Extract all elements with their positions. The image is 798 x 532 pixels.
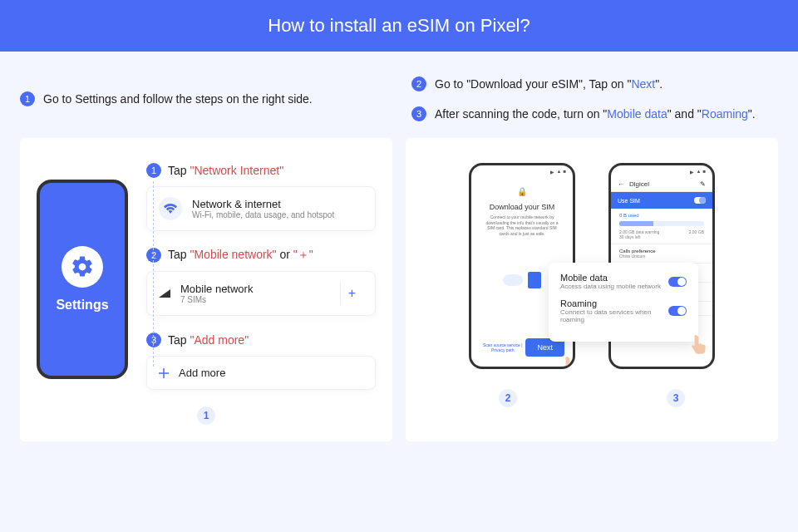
hand-pointer-icon <box>688 333 710 357</box>
mobile-data-toggle[interactable] <box>668 277 687 287</box>
status-bar: ▶▲■ <box>471 165 573 177</box>
card-title: Network & internet <box>192 198 334 210</box>
dotted-connector <box>153 181 154 367</box>
substep-1-badge: 1 <box>146 163 161 178</box>
phone-topbar: ← Digicel ✎ <box>611 177 712 192</box>
hand-pointer-icon <box>559 355 575 369</box>
data-usage-bar <box>619 221 704 226</box>
roaming-toggle[interactable] <box>668 306 687 316</box>
highlight-roaming: Roaming <box>702 107 748 121</box>
step-1-block: 1 Tap "Network Internet" Network & inter… <box>146 163 376 231</box>
mobile-network-card[interactable]: Mobile network 7 SIMs + <box>146 271 376 316</box>
substep-2-highlight: "Mobile network" <box>190 248 276 261</box>
download-graphic <box>497 259 547 301</box>
network-internet-card[interactable]: Network & internet Wi-Fi, mobile, data u… <box>146 186 376 231</box>
highlight-next: Next <box>631 77 655 91</box>
card-subtitle: Wi-Fi, mobile, data usage, and hotspot <box>192 210 334 219</box>
sim-icon <box>528 272 541 288</box>
footer-links[interactable]: Scan source service | Privacy path <box>480 342 525 352</box>
instructions-section: 1 Go to Settings and follow the steps on… <box>0 52 798 138</box>
step-number-3: 3 <box>411 106 426 121</box>
panel-1-badge: 1 <box>197 406 215 425</box>
instruction-right: 2 Go to "Download your eSIM", Tap on "Ne… <box>411 76 778 121</box>
panel-right: ▶▲■ 🔒 Download your SIM Connect to your … <box>406 138 778 441</box>
mobile-data-roaming-overlay: Mobile data Access data using mobile net… <box>549 263 698 342</box>
download-sim-desc: Connect to your mobile network by downlo… <box>480 214 564 236</box>
download-sim-title: Download your SIM <box>490 203 555 211</box>
wifi-icon <box>159 197 182 220</box>
carrier-name: Digicel <box>629 180 649 188</box>
step-2-block: 2 Tap "Mobile network" or "＋" Mobile net… <box>146 248 376 316</box>
steps-column: 1 Tap "Network Internet" Network & inter… <box>146 163 376 390</box>
overlay-roaming-title: Roaming <box>560 298 668 308</box>
back-arrow-icon[interactable]: ← <box>618 180 624 188</box>
step-number-1: 1 <box>20 91 35 106</box>
content-row: Settings 1 Tap "Network Internet" Networ… <box>0 138 798 458</box>
card-subtitle: 7 SIMs <box>180 295 253 304</box>
settings-phone-mockup: Settings <box>37 180 128 379</box>
substep-1-highlight: "Network Internet" <box>190 164 283 177</box>
substep-3-highlight: "Add more" <box>190 333 249 347</box>
plus-icon <box>159 368 169 378</box>
lock-icon: 🔒 <box>517 187 527 196</box>
substep-2-badge: 2 <box>146 248 161 263</box>
page-header: How to install an eSIM on Pixel? <box>0 0 798 52</box>
data-cap: 2.00 GB <box>689 229 704 234</box>
panel-3-badge: 3 <box>667 389 685 407</box>
gear-icon <box>70 254 95 279</box>
panel-2-badge: 2 <box>499 389 517 407</box>
card-title: Add more <box>179 367 225 379</box>
settings-label: Settings <box>56 298 108 313</box>
edit-icon[interactable]: ✎ <box>700 180 706 188</box>
use-sim-row[interactable]: Use SIM <box>611 192 712 209</box>
add-sim-plus-button[interactable]: + <box>340 282 363 305</box>
cloud-icon <box>503 274 523 286</box>
signal-icon <box>159 289 170 298</box>
instruction-2-text: Go to "Download your eSIM", Tap on "Next… <box>435 77 663 91</box>
panel-left: Settings 1 Tap "Network Internet" Networ… <box>20 138 392 441</box>
overlay-mobile-data-title: Mobile data <box>560 273 661 283</box>
highlight-mobile-data: Mobile data <box>607 107 667 121</box>
instruction-3-text: After scanning the code, turn on "Mobile… <box>435 107 756 121</box>
status-bar: ▶▲■ <box>611 165 712 177</box>
data-used: 0 B used <box>619 213 704 218</box>
step-3-block: 3 Tap "Add more" Add more <box>146 332 376 390</box>
page-title: How to install an eSIM on Pixel? <box>268 15 530 36</box>
use-sim-toggle[interactable] <box>694 197 706 204</box>
calls-preference-row[interactable]: Calls preference China Unicom <box>611 244 712 264</box>
data-days-left: 30 days left <box>619 234 704 239</box>
step-number-2: 2 <box>411 76 426 91</box>
add-more-card[interactable]: Add more <box>146 356 376 390</box>
instruction-1-text: Go to Settings and follow the steps on t… <box>43 92 313 106</box>
gear-icon-circle <box>62 246 103 288</box>
card-title: Mobile network <box>180 283 253 295</box>
instruction-left: 1 Go to Settings and follow the steps on… <box>20 76 387 121</box>
overlay-mobile-data-sub: Access data using mobile network <box>560 283 661 290</box>
overlay-roaming-sub: Connect to data services when roaming <box>560 308 668 323</box>
substep-2-highlight-plus: "＋" <box>293 248 313 261</box>
substep-3-badge: 3 <box>146 332 161 347</box>
